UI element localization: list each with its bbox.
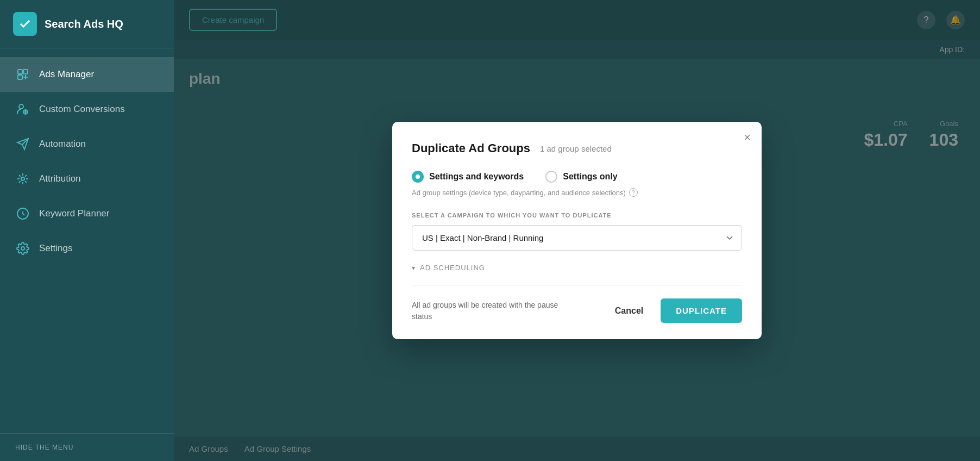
attribution-icon [15,171,30,186]
modal-hint: Ad group settings (device type, dayparti… [412,188,742,197]
sidebar-label-keyword-planner: Keyword Planner [39,208,109,219]
chevron-down-icon: ▾ [412,264,416,272]
modal-footer: All ad groups will be created with the p… [412,298,742,323]
radio-settings-only[interactable]: Settings only [545,171,617,183]
sidebar-item-automation[interactable]: Automation [0,127,174,161]
svg-point-9 [21,177,24,180]
ads-manager-icon [15,67,30,82]
modal-header: Duplicate Ad Groups 1 ad group selected [412,141,742,155]
modal-divider [412,285,742,285]
radio-settings-keywords-circle [412,171,424,183]
duplicate-button[interactable]: DUPLICATE [661,298,742,323]
modal-title: Duplicate Ad Groups [412,141,530,155]
sidebar-logo[interactable]: Search Ads HQ [0,0,174,48]
sidebar: Search Ads HQ Ads Manager Custom Convers… [0,0,174,461]
svg-rect-2 [18,75,22,79]
footer-buttons: Cancel DUPLICATE [606,298,742,323]
cancel-button[interactable]: Cancel [606,300,652,322]
modal-subtitle: 1 ad group selected [540,144,612,153]
modal-close-button[interactable]: × [744,132,751,144]
svg-rect-0 [18,70,22,74]
logo-icon [13,12,37,36]
sidebar-footer[interactable]: HIDE THE MENU [0,433,174,461]
sidebar-label-attribution: Attribution [39,173,81,184]
hint-info-icon: ? [629,188,638,197]
campaign-select[interactable]: US | Exact | Non-Brand | Running [412,225,742,251]
ad-scheduling-label: AD SCHEDULING [420,264,485,272]
automation-icon [15,136,30,152]
svg-point-11 [21,247,24,250]
sidebar-item-ads-manager[interactable]: Ads Manager [0,57,174,92]
sidebar-item-custom-conversions[interactable]: Custom Conversions [0,92,174,127]
sidebar-item-attribution[interactable]: Attribution [0,161,174,196]
custom-conversions-icon [15,102,30,117]
radio-settings-only-circle [545,171,557,183]
radio-settings-keywords-label: Settings and keywords [429,172,524,182]
settings-icon [15,241,30,256]
sidebar-label-ads-manager: Ads Manager [39,69,94,80]
radio-settings-only-label: Settings only [563,172,617,182]
sidebar-item-keyword-planner[interactable]: Keyword Planner [0,196,174,231]
keyword-planner-icon [15,206,30,221]
sidebar-label-automation: Automation [39,139,86,149]
duplicate-ad-groups-modal: × Duplicate Ad Groups 1 ad group selecte… [392,122,762,339]
logo-text: Search Ads HQ [45,18,123,30]
modal-overlay: × Duplicate Ad Groups 1 ad group selecte… [174,0,980,461]
svg-point-5 [19,104,23,109]
main-content: Create campaign ? 🔔 App ID: plan CPA $1.… [174,0,980,461]
radio-group: Settings and keywords Settings only [412,171,742,183]
pause-status-note: All ad groups will be created with the p… [412,300,564,322]
campaign-section-label: SELECT A CAMPAIGN TO WHICH YOU WANT TO D… [412,212,742,219]
hint-text: Ad group settings (device type, dayparti… [412,189,626,197]
ad-scheduling-toggle[interactable]: ▾ AD SCHEDULING [412,264,742,272]
sidebar-item-settings[interactable]: Settings [0,231,174,266]
sidebar-label-custom-conversions: Custom Conversions [39,104,125,115]
radio-settings-keywords[interactable]: Settings and keywords [412,171,524,183]
sidebar-label-settings: Settings [39,243,72,254]
svg-rect-1 [23,70,28,74]
sidebar-nav: Ads Manager Custom Conversions Automatio… [0,48,174,433]
